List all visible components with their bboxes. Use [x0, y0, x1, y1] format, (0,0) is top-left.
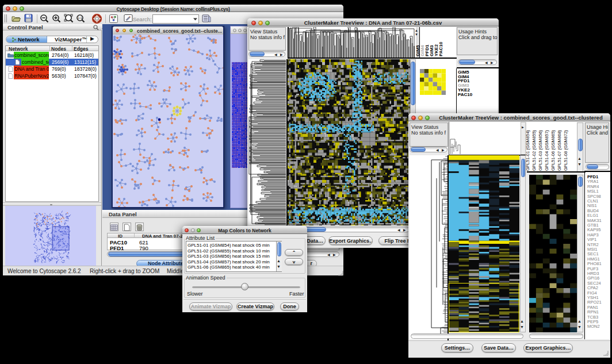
svg-text:1:1: 1:1	[78, 16, 82, 20]
